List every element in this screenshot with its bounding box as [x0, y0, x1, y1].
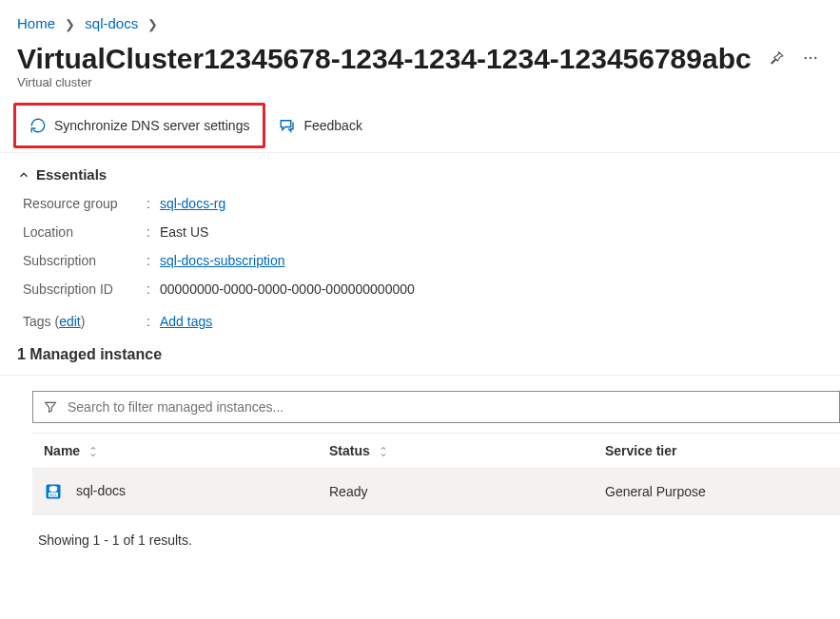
- refresh-icon: [29, 117, 47, 134]
- column-header-name[interactable]: Name: [32, 434, 318, 469]
- command-bar: Synchronize DNS server settings Feedback: [0, 99, 840, 153]
- page-title: VirtualCluster12345678-1234-1234-1234-12…: [17, 43, 764, 75]
- more-horizontal-icon: [802, 49, 819, 67]
- essentials-title: Essentials: [36, 166, 107, 183]
- search-input[interactable]: [66, 398, 830, 416]
- tags-edit-link[interactable]: edit: [59, 314, 81, 329]
- resource-group-link[interactable]: sql-docs-rg: [160, 196, 225, 211]
- svg-point-0: [805, 56, 807, 58]
- table-row[interactable]: SQL sql-docs Ready General Purpose: [32, 469, 840, 515]
- synchronize-dns-label: Synchronize DNS server settings: [54, 118, 249, 133]
- svg-point-2: [814, 56, 816, 58]
- subscription-link[interactable]: sql-docs-subscription: [160, 253, 285, 268]
- chevron-up-icon: [17, 168, 30, 182]
- essentials-value-subscription-id: 00000000-0000-0000-0000-000000000000: [160, 281, 823, 297]
- breadcrumb: Home ❯ sql-docs ❯: [0, 0, 840, 37]
- pin-button[interactable]: [764, 46, 789, 73]
- column-header-status[interactable]: Status: [318, 434, 594, 469]
- filter-icon: [43, 399, 58, 415]
- row-name: sql-docs: [76, 483, 126, 498]
- page-subtitle: Virtual cluster: [0, 75, 840, 99]
- chevron-right-icon: ❯: [65, 17, 75, 31]
- breadcrumb-folder[interactable]: sql-docs: [85, 15, 138, 31]
- results-count: Showing 1 - 1 of 1 results.: [32, 515, 840, 548]
- feedback-button[interactable]: Feedback: [265, 99, 375, 152]
- breadcrumb-home[interactable]: Home: [17, 15, 55, 31]
- add-tags-link[interactable]: Add tags: [160, 314, 212, 329]
- more-button[interactable]: [798, 46, 823, 73]
- essentials-label-resource-group: Resource group: [23, 196, 147, 211]
- sort-icon: [88, 446, 99, 457]
- row-tier: General Purpose: [594, 469, 840, 515]
- essentials-label-subscription: Subscription: [23, 253, 147, 268]
- essentials-label-location: Location: [23, 224, 147, 240]
- column-header-tier[interactable]: Service tier: [594, 434, 840, 469]
- managed-instance-table: Name Status Service tier SQL sql-doc: [32, 433, 840, 515]
- svg-text:SQL: SQL: [49, 493, 57, 497]
- svg-point-1: [810, 56, 811, 58]
- feedback-icon: [279, 117, 296, 134]
- sort-icon: [378, 446, 389, 457]
- pin-icon: [768, 49, 785, 67]
- feedback-label: Feedback: [303, 118, 361, 133]
- sql-managed-instance-icon: SQL: [44, 482, 63, 501]
- essentials-label-subscription-id: Subscription ID: [23, 281, 147, 297]
- managed-instance-heading: 1 Managed instance: [0, 337, 840, 376]
- row-status: Ready: [318, 469, 594, 515]
- synchronize-dns-button[interactable]: Synchronize DNS server settings: [13, 103, 265, 148]
- essentials-toggle[interactable]: Essentials: [17, 166, 823, 183]
- search-input-wrapper[interactable]: [32, 391, 840, 423]
- essentials-value-location: East US: [160, 224, 823, 240]
- essentials-label-tags: Tags (edit): [23, 314, 147, 329]
- chevron-right-icon: ❯: [147, 17, 158, 31]
